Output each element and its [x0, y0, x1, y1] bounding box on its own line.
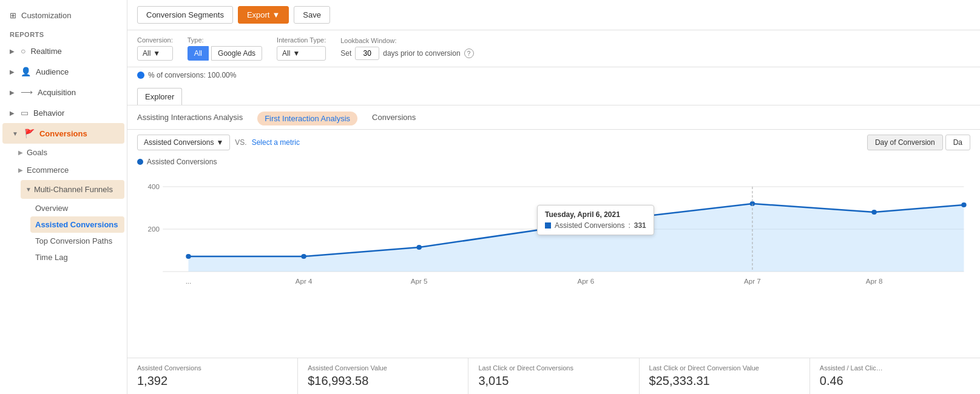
acquisition-arrow: ▶	[10, 89, 15, 96]
chart-toolbar: Assisted Conversions ▼ VS. Select a metr…	[127, 130, 980, 155]
time-lag-label: Time Lag	[35, 253, 68, 262]
stat-label: Assisted / Last Clic…	[820, 364, 970, 372]
stat-assisted-conversion-value: Assisted Conversion Value $16,993.58	[298, 358, 468, 394]
sidebar-item-top-conversion-paths[interactable]: Top Conversion Paths	[30, 233, 124, 249]
da-button[interactable]: Da	[945, 135, 970, 150]
stat-label: Assisted Conversions	[137, 364, 288, 372]
sidebar-item-mcf[interactable]: ▼ Multi-Channel Funnels	[21, 180, 124, 199]
save-button[interactable]: Save	[294, 6, 330, 24]
stat-value: $25,333.31	[649, 374, 800, 388]
type-filter: Type: All Google Ads	[188, 36, 262, 61]
sidebar-item-assisted-conversions[interactable]: Assisted Conversions	[30, 216, 124, 233]
metric-value: Assisted Conversions	[144, 138, 214, 147]
chart-toolbar-left: Assisted Conversions ▼ VS. Select a metr…	[137, 135, 300, 150]
interaction-select[interactable]: All ▼	[277, 46, 326, 61]
sidebar-item-audience[interactable]: ▶ 👤 Audience	[0, 61, 127, 82]
chevron-down-icon: ▼	[216, 138, 223, 147]
sidebar-item-label: Conversions	[39, 129, 87, 138]
chart-svg: 400 200 ... Apr 4 Apr 5	[137, 169, 970, 290]
tab-assisting-interactions[interactable]: Assisting Interactions Analysis	[137, 113, 243, 124]
conversions-sub-nav: ▶ Goals ▶ Ecommerce ▼ Multi-Channel Funn…	[0, 144, 127, 265]
legend-dot-icon	[137, 159, 143, 165]
tab-conversions[interactable]: Conversions	[372, 113, 416, 124]
conversions-arrow: ▼	[12, 130, 18, 137]
svg-text:...: ...	[186, 278, 192, 285]
behavior-arrow: ▶	[10, 110, 15, 116]
conversion-segments-button[interactable]: Conversion Segments	[137, 6, 233, 24]
explorer-tab-bar: Explorer	[127, 83, 980, 105]
interaction-filter: Interaction Type: All ▼	[277, 36, 326, 61]
type-google-ads-button[interactable]: Google Ads	[211, 46, 262, 61]
sidebar-item-ecommerce[interactable]: ▶ Ecommerce	[18, 161, 127, 179]
metric-dropdown[interactable]: Assisted Conversions ▼	[137, 135, 230, 150]
reports-label: REPORTS	[0, 27, 127, 41]
sidebar-item-conversions[interactable]: ▼ 🚩 Conversions	[2, 123, 124, 144]
lookback-days-text: days prior to conversion	[383, 49, 460, 58]
svg-point-7	[416, 245, 421, 250]
mcf-section: ▼ Multi-Channel Funnels Overview Assiste…	[21, 180, 124, 265]
realtime-arrow: ▶	[10, 48, 15, 55]
conversion-value: All	[143, 49, 150, 58]
behavior-icon: ▭	[21, 108, 29, 118]
svg-point-5	[186, 254, 191, 259]
help-icon[interactable]: ?	[464, 48, 474, 58]
toolbar: Conversion Segments Export ▼ Save	[127, 0, 980, 30]
mcf-children: Overview Assisted Conversions Top Conver…	[21, 200, 124, 265]
vs-label: VS.	[235, 138, 246, 147]
lookback-controls: Set days prior to conversion ?	[340, 47, 473, 60]
stat-assisted-conversions: Assisted Conversions 1,392	[127, 358, 298, 394]
sidebar-item-acquisition[interactable]: ▶ ⟶ Acquisition	[0, 82, 127, 102]
acquisition-icon: ⟶	[21, 87, 33, 97]
day-of-conversion-button[interactable]: Day of Conversion	[867, 135, 943, 150]
type-buttons: All Google Ads	[188, 46, 262, 61]
svg-point-8	[583, 221, 588, 225]
stat-value: $16,993.58	[308, 374, 458, 388]
svg-text:200: 200	[148, 225, 160, 233]
sidebar-item-label: Realtime	[30, 47, 61, 56]
sidebar-item-label: Audience	[36, 67, 69, 76]
stat-label: Assisted Conversion Value	[308, 364, 458, 372]
clock-icon: ○	[21, 46, 25, 56]
grid-icon: ⊞	[10, 11, 16, 20]
stats-row: Assisted Conversions 1,392 Assisted Conv…	[127, 358, 980, 394]
svg-text:400: 400	[148, 183, 160, 190]
interaction-label: Interaction Type:	[277, 36, 326, 44]
sidebar-item-overview[interactable]: Overview	[30, 200, 124, 216]
top-conversion-paths-label: Top Conversion Paths	[35, 236, 112, 245]
sidebar-item-time-lag[interactable]: Time Lag	[30, 249, 124, 265]
explorer-tab[interactable]: Explorer	[137, 88, 182, 105]
filter-bar: Conversion: All ▼ Type: All Google Ads I…	[127, 30, 980, 67]
goals-arrow: ▶	[18, 149, 23, 156]
main-content: Conversion Segments Export ▼ Save Conver…	[127, 0, 980, 394]
conversion-select[interactable]: All ▼	[137, 46, 173, 61]
stat-label: Last Click or Direct Conversions	[478, 364, 629, 372]
svg-text:Apr 7: Apr 7	[744, 278, 761, 285]
stat-label: Last Click or Direct Conversion Value	[649, 364, 800, 372]
svg-point-6	[301, 254, 306, 259]
conversion-percent-row: % of conversions: 100.00%	[127, 67, 980, 83]
stat-last-click-value: Last Click or Direct Conversion Value $2…	[640, 358, 810, 394]
sidebar-item-behavior[interactable]: ▶ ▭ Behavior	[0, 102, 127, 123]
user-icon: 👤	[21, 67, 31, 76]
customization-link[interactable]: ⊞ Customization	[0, 6, 127, 27]
ecommerce-label: Ecommerce	[27, 165, 69, 175]
tab-first-interaction[interactable]: First Interaction Analysis	[257, 112, 357, 125]
analysis-tabs: Assisting Interactions Analysis First In…	[127, 105, 980, 130]
sidebar-item-goals[interactable]: ▶ Goals	[18, 144, 127, 161]
lookback-days-input[interactable]	[355, 47, 379, 60]
chart-legend: Assisted Conversions	[137, 155, 970, 169]
sidebar-item-label: Behavior	[33, 109, 64, 118]
svg-point-10	[871, 210, 876, 215]
svg-text:Apr 4: Apr 4	[296, 278, 313, 285]
goals-label: Goals	[27, 148, 47, 157]
select-metric-link[interactable]: Select a metric	[252, 138, 300, 147]
stat-value: 0.46	[820, 374, 970, 388]
conversion-percent-text: % of conversions: 100.00%	[148, 71, 236, 79]
sidebar-item-realtime[interactable]: ▶ ○ Realtime	[0, 41, 127, 61]
stat-value: 3,015	[478, 374, 629, 388]
type-all-button[interactable]: All	[188, 46, 209, 61]
assisted-conversions-label: Assisted Conversions	[35, 220, 118, 229]
svg-text:Apr 5: Apr 5	[411, 278, 428, 285]
chart-legend-label: Assisted Conversions	[147, 158, 217, 166]
export-button[interactable]: Export ▼	[238, 6, 289, 24]
